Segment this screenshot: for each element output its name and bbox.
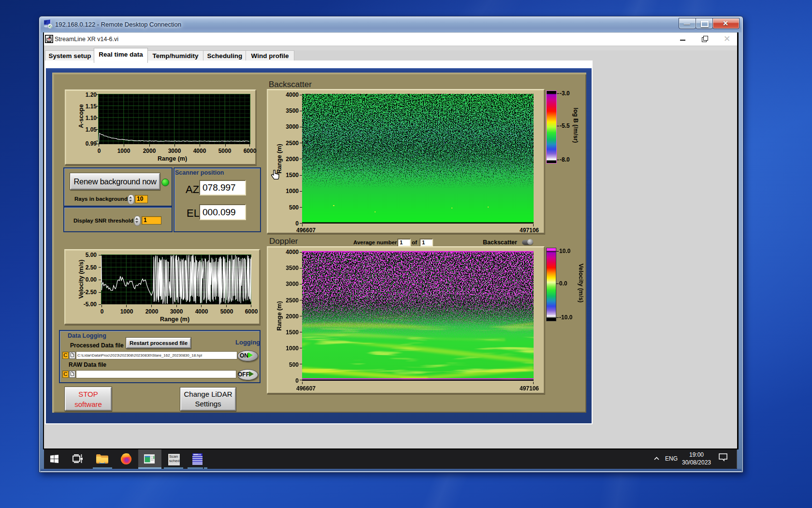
svg-text:VEER: VEER bbox=[193, 454, 198, 456]
